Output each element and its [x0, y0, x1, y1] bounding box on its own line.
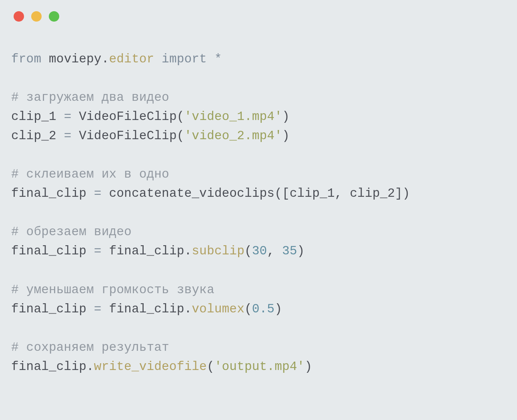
paren-close: )	[282, 129, 290, 143]
paren-close: )	[403, 186, 410, 200]
module-moviepy: moviepy	[49, 52, 102, 66]
close-icon[interactable]	[14, 11, 24, 22]
var-final: final_clip	[11, 244, 86, 258]
method-volumex: volumex	[192, 302, 244, 316]
window-titlebar	[11, 10, 506, 22]
paren-open: (	[275, 186, 282, 200]
kw-import: import	[162, 52, 207, 66]
op-eq: =	[64, 129, 72, 143]
var-clip1: clip_1	[11, 110, 56, 124]
paren-close: )	[282, 110, 290, 124]
code-window: from moviepy.editor import * # загружаем…	[0, 0, 517, 420]
op-eq: =	[64, 110, 72, 124]
dot: .	[184, 244, 192, 258]
str-output: 'output.mp4'	[214, 360, 305, 374]
dot: .	[102, 52, 109, 66]
comment-save: # сохраняем результат	[11, 340, 169, 354]
import-star: *	[214, 52, 222, 66]
var-final-rhs: final_clip	[109, 302, 184, 316]
comment-trim: # обрезаем видео	[11, 225, 132, 239]
var-final: final_clip	[11, 302, 86, 316]
dot: .	[184, 302, 192, 316]
str-video2: 'video_2.mp4'	[184, 129, 282, 143]
minimize-icon[interactable]	[31, 11, 42, 22]
bracket-close: ]	[395, 186, 403, 200]
var-final: final_clip	[11, 186, 86, 200]
arg-clip2: clip_2	[350, 186, 395, 200]
paren-close: )	[305, 360, 312, 374]
module-editor: editor	[109, 52, 154, 66]
code-block: from moviepy.editor import * # загружаем…	[11, 50, 506, 376]
method-subclip: subclip	[192, 244, 244, 258]
var-final-rhs: final_clip	[109, 244, 184, 258]
paren-open: (	[244, 244, 252, 258]
arg-clip1: clip_1	[290, 186, 335, 200]
op-eq: =	[94, 244, 102, 258]
comment-concat: # склеиваем их в одно	[11, 167, 169, 181]
dot: .	[86, 360, 94, 374]
paren-close: )	[275, 302, 282, 316]
num-0-5: 0.5	[252, 302, 275, 316]
comma: ,	[335, 186, 343, 200]
paren-open: (	[177, 129, 184, 143]
paren-open: (	[207, 360, 214, 374]
fn-videofileclip: VideoFileClip	[79, 129, 176, 143]
zoom-icon[interactable]	[49, 11, 59, 22]
comma: ,	[267, 244, 275, 258]
op-eq: =	[94, 302, 102, 316]
var-final: final_clip	[11, 360, 86, 374]
kw-from: from	[11, 52, 41, 66]
paren-close: )	[297, 244, 305, 258]
fn-concat: concatenate_videoclips	[109, 186, 275, 200]
comment-load: # загружаем два видео	[11, 90, 169, 104]
comment-volume: # уменьшаем громкость звука	[11, 283, 214, 297]
paren-open: (	[244, 302, 252, 316]
op-eq: =	[94, 186, 102, 200]
paren-open: (	[177, 110, 184, 124]
fn-videofileclip: VideoFileClip	[79, 110, 176, 124]
num-30: 30	[252, 244, 267, 258]
method-write: write_videofile	[94, 360, 207, 374]
num-35: 35	[282, 244, 297, 258]
bracket-open: [	[282, 186, 290, 200]
var-clip2: clip_2	[11, 129, 56, 143]
str-video1: 'video_1.mp4'	[184, 110, 282, 124]
